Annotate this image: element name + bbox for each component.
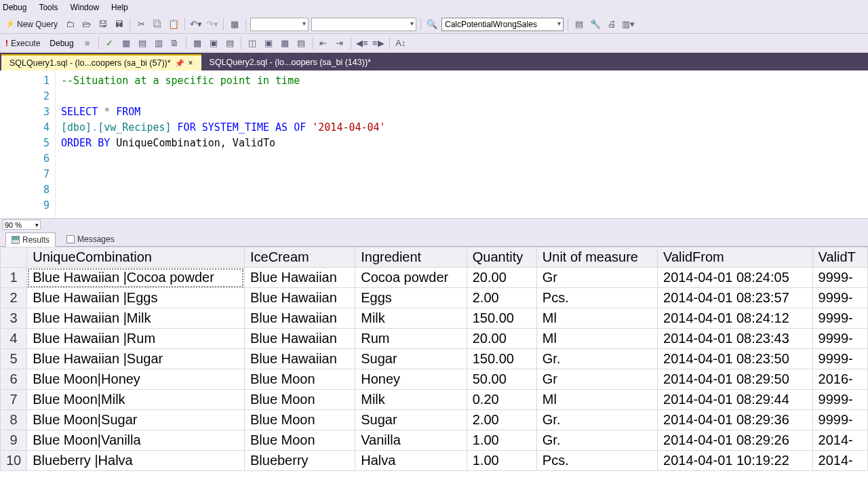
- grid-cell[interactable]: Gr.: [536, 430, 657, 451]
- grid-cell[interactable]: 9999-: [812, 329, 867, 349]
- execute-button[interactable]: Execute: [3, 38, 43, 49]
- grid-cell[interactable]: 0.20: [467, 390, 536, 410]
- open-file-icon[interactable]: 🗀: [63, 18, 77, 31]
- rownum-cell[interactable]: 6: [1, 369, 27, 390]
- grid-cell[interactable]: Blue Hawaiian |Milk: [27, 308, 245, 329]
- grid-cell[interactable]: Gr.: [536, 410, 657, 430]
- grid-cell[interactable]: 2014-: [812, 430, 867, 451]
- grid-cell[interactable]: Cocoa powder: [355, 268, 467, 288]
- grid-cell[interactable]: Sugar: [355, 410, 467, 430]
- grid-cell[interactable]: Blue Moon: [244, 369, 355, 390]
- grid-cell[interactable]: 150.00: [467, 349, 536, 369]
- grid-cell[interactable]: 20.00: [467, 329, 536, 349]
- grid-cell[interactable]: Blue Hawaiian: [244, 288, 355, 308]
- grid-cell[interactable]: Blue Hawaiian: [244, 308, 355, 329]
- grid-cell[interactable]: Blue Hawaiian |Sugar: [27, 349, 245, 369]
- results-grid-icon[interactable]: ◫: [245, 37, 259, 50]
- col-header[interactable]: Unit of measure: [536, 247, 657, 268]
- grid-cell[interactable]: Rum: [355, 329, 467, 349]
- table-row[interactable]: 5Blue Hawaiian |SugarBlue HawaiianSugar1…: [1, 349, 868, 369]
- grid-cell[interactable]: 20.00: [467, 268, 536, 288]
- grid-cell[interactable]: Blue Moon|Sugar: [27, 410, 245, 430]
- grid-cell[interactable]: 1.00: [467, 430, 536, 451]
- grid-cell[interactable]: Vanilla: [355, 430, 467, 451]
- grid-cell[interactable]: Ml: [536, 329, 657, 349]
- grid-cell[interactable]: 2014-04-01 08:23:57: [658, 288, 812, 308]
- uncomment-icon[interactable]: ▤: [294, 37, 308, 50]
- grid-cell[interactable]: Blue Hawaiian |Rum: [27, 329, 245, 349]
- open-project-icon[interactable]: 🗁: [79, 18, 93, 31]
- registered-servers-icon[interactable]: ▤: [572, 18, 586, 31]
- grid-cell[interactable]: Blue Hawaiian: [244, 349, 355, 369]
- grid-cell[interactable]: 9999-: [812, 288, 867, 308]
- grid-cell[interactable]: 9999-: [812, 268, 867, 288]
- specify-values-icon[interactable]: A↕: [394, 37, 408, 50]
- tab-results[interactable]: Results: [5, 232, 56, 247]
- cancel-query-icon[interactable]: ■: [81, 37, 94, 50]
- grid-cell[interactable]: Blue Moon: [244, 410, 355, 430]
- grid-cell[interactable]: Gr: [536, 369, 657, 390]
- grid-cell[interactable]: Blue Moon|Milk: [27, 390, 245, 410]
- pin-icon[interactable]: 📌: [175, 59, 184, 68]
- grid-cell[interactable]: Blue Moon: [244, 390, 355, 410]
- rownum-cell[interactable]: 5: [1, 349, 27, 369]
- table-row[interactable]: 9Blue Moon|VanillaBlue MoonVanilla1.00Gr…: [1, 430, 868, 451]
- col-header[interactable]: ValidT: [812, 247, 867, 268]
- copy-icon[interactable]: ⿻: [151, 18, 164, 31]
- save-all-icon[interactable]: 🖬: [112, 18, 125, 31]
- object-explorer-icon[interactable]: 🖨: [605, 18, 618, 31]
- col-header[interactable]: Ingredient: [355, 247, 467, 268]
- table-row[interactable]: 3Blue Hawaiian |MilkBlue HawaiianMilk150…: [1, 308, 868, 329]
- object-dropdown[interactable]: CalcPotentialWrongSales: [441, 18, 564, 31]
- table-row[interactable]: 4Blue Hawaiian |RumBlue HawaiianRum20.00…: [1, 329, 868, 349]
- grid-cell[interactable]: Blueberry |Halva: [27, 451, 245, 471]
- table-row[interactable]: 2Blue Hawaiian |EggsBlue HawaiianEggs2.0…: [1, 288, 868, 308]
- grid-cell[interactable]: 2014-04-01 08:29:26: [658, 430, 812, 451]
- query-options-icon[interactable]: ▤: [136, 37, 149, 50]
- menu-window[interactable]: Window: [70, 3, 99, 12]
- outdent-icon[interactable]: ◀≡: [355, 37, 369, 50]
- include-plan-icon[interactable]: 🗎: [168, 37, 182, 50]
- solution-config-dropdown[interactable]: [250, 18, 309, 31]
- table-row[interactable]: 6Blue Moon|HoneyBlue MoonHoney50.00Gr201…: [1, 369, 868, 390]
- table-row[interactable]: 8Blue Moon|SugarBlue MoonSugar2.00Gr.201…: [1, 410, 868, 430]
- comment-icon[interactable]: ▦: [278, 37, 292, 50]
- decrease-indent-icon[interactable]: ⇤: [317, 37, 330, 50]
- toolbox-icon[interactable]: ▥▾: [621, 18, 635, 31]
- intellisense-icon[interactable]: ▥: [152, 37, 165, 50]
- include-stats-icon[interactable]: ▦: [191, 37, 204, 50]
- grid-cell[interactable]: Gr: [536, 268, 657, 288]
- grid-cell[interactable]: Halva: [355, 451, 467, 471]
- grid-cell[interactable]: Blue Moon|Honey: [27, 369, 245, 390]
- find-icon[interactable]: 🔍: [425, 18, 439, 31]
- close-icon[interactable]: ×: [189, 58, 193, 68]
- grid-cell[interactable]: 2014-04-01 08:29:36: [658, 410, 812, 430]
- col-header[interactable]: UniqueCombination: [27, 247, 245, 268]
- grid-cell[interactable]: 2014-: [812, 451, 867, 471]
- grid-cell[interactable]: Ml: [536, 390, 657, 410]
- grid-cell[interactable]: Ml: [536, 308, 657, 329]
- rownum-cell[interactable]: 1: [1, 268, 27, 288]
- menu-help[interactable]: Help: [111, 3, 128, 12]
- menu-debug[interactable]: Debug: [3, 3, 26, 12]
- grid-cell[interactable]: 9999-: [812, 410, 867, 430]
- grid-cell[interactable]: 2.00: [467, 288, 536, 308]
- estimated-plan-icon[interactable]: ▦: [119, 37, 133, 50]
- grid-cell[interactable]: Blue Hawaiian: [244, 329, 355, 349]
- grid-cell[interactable]: Blue Moon: [244, 430, 355, 451]
- grid-cell[interactable]: Sugar: [355, 349, 467, 369]
- rownum-cell[interactable]: 8: [1, 410, 27, 430]
- grid-cell[interactable]: 2014-04-01 08:23:50: [658, 349, 812, 369]
- rownum-cell[interactable]: 2: [1, 288, 27, 308]
- results-file-icon[interactable]: ▣: [262, 37, 275, 50]
- results-grid-panel[interactable]: UniqueCombination IceCream Ingredient Qu…: [0, 247, 868, 488]
- save-icon[interactable]: 🖫: [96, 18, 109, 31]
- grid-cell[interactable]: 150.00: [467, 308, 536, 329]
- grid-cell[interactable]: Eggs: [355, 288, 467, 308]
- undo-icon[interactable]: ↶▾: [189, 18, 203, 31]
- rownum-cell[interactable]: 3: [1, 308, 27, 329]
- client-stats-icon[interactable]: ▣: [207, 37, 220, 50]
- rownum-cell[interactable]: 7: [1, 390, 27, 410]
- grid-cell[interactable]: Pcs.: [536, 451, 657, 471]
- grid-cell[interactable]: 1.00: [467, 451, 536, 471]
